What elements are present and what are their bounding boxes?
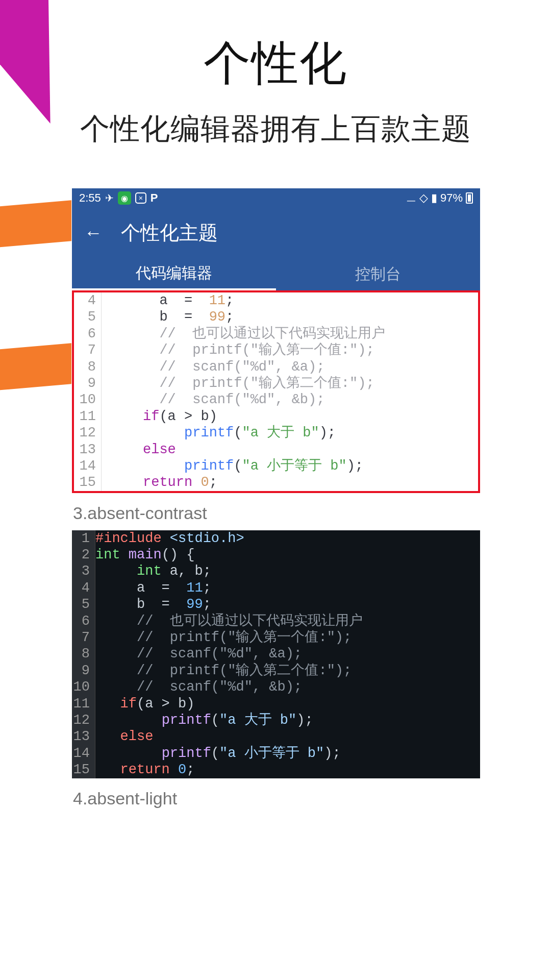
code-preview-light[interactable]: 4 a = 11;5 b = 99;6 // 也可以通过以下代码实现让用户7 /… — [72, 290, 480, 493]
camera-icon: ◉ — [118, 191, 131, 205]
decorative-bar — [0, 200, 71, 249]
code-content: else — [95, 728, 153, 745]
code-line: 7 // printf("输入第一个值:"); — [74, 342, 478, 358]
code-content: a = 11; — [95, 580, 211, 596]
phone-screenshot: 2:55 ✈ ◉ × P ⚊ ◇ ▮ 97% ← 个性化主题 代码编辑器 控制台… — [72, 188, 480, 816]
app-icon: × — [135, 192, 146, 204]
code-content: #include <stdio.h> — [95, 530, 244, 547]
code-content: a = 11; — [102, 292, 234, 309]
code-content: b = 99; — [102, 309, 234, 325]
tab-console[interactable]: 控制台 — [276, 258, 480, 290]
code-line: 8 // scanf("%d", &a); — [74, 359, 478, 375]
code-line: 13 else — [72, 728, 480, 745]
code-content: printf("a 小于等于 b"); — [102, 458, 363, 474]
code-line: 11 if(a > b) — [74, 408, 478, 425]
code-line: 9 // printf("输入第二个值:"); — [72, 663, 480, 679]
code-line: 6 // 也可以通过以下代码实现让用户 — [74, 326, 478, 342]
code-line: 9 // printf("输入第二个值:"); — [74, 375, 478, 391]
code-line: 15 return 0; — [72, 762, 480, 778]
code-content: printf("a 小于等于 b"); — [95, 745, 341, 762]
bluetooth-icon: ⚊ — [406, 191, 416, 205]
code-line: 5 b = 99; — [74, 309, 478, 325]
signal-icon: ▮ — [431, 191, 437, 205]
code-content: int a, b; — [95, 563, 211, 579]
status-bar: 2:55 ✈ ◉ × P ⚊ ◇ ▮ 97% — [72, 188, 480, 208]
code-line: 14 printf("a 小于等于 b"); — [72, 745, 480, 762]
code-content: int main() { — [95, 547, 194, 563]
code-content: printf("a 大于 b"); — [95, 712, 313, 728]
wifi-icon: ◇ — [419, 191, 428, 205]
code-line: 4 a = 11; — [74, 292, 478, 309]
code-line: 10 // scanf("%d", &b); — [74, 391, 478, 408]
app-bar-title: 个性化主题 — [121, 220, 218, 246]
code-line: 4 a = 11; — [72, 580, 480, 596]
code-content: printf("a 大于 b"); — [102, 425, 336, 441]
code-line: 12 printf("a 大于 b"); — [72, 712, 480, 728]
code-content: // printf("输入第一个值:"); — [95, 629, 352, 646]
telegram-icon: ✈ — [105, 192, 114, 204]
theme-label-4: 4.absent-light — [72, 778, 480, 816]
page-subtitle: 个性化编辑器拥有上百款主题 — [0, 109, 551, 149]
code-line: 8 // scanf("%d", &a); — [72, 646, 480, 662]
code-line: 3 int a, b; — [72, 563, 480, 579]
theme-label-3: 3.absent-contrast — [72, 493, 480, 530]
code-content: b = 99; — [95, 596, 211, 612]
app-bar: ← 个性化主题 — [72, 208, 480, 258]
code-line: 10 // scanf("%d", &b); — [72, 679, 480, 695]
code-line: 5 b = 99; — [72, 596, 480, 612]
code-line: 11 if(a > b) — [72, 696, 480, 712]
battery-icon — [466, 192, 473, 204]
code-content: // printf("输入第二个值:"); — [95, 663, 352, 679]
code-content: // scanf("%d", &b); — [102, 391, 324, 408]
tab-bar: 代码编辑器 控制台 — [72, 258, 480, 290]
code-line: 2int main() { — [72, 547, 480, 563]
code-content: // printf("输入第一个值:"); — [102, 342, 374, 358]
code-content: if(a > b) — [95, 696, 194, 712]
code-content: return 0; — [95, 762, 194, 778]
code-content: else — [102, 442, 176, 458]
code-content: return 0; — [102, 474, 217, 491]
code-content: // scanf("%d", &a); — [95, 646, 302, 662]
code-content: // scanf("%d", &a); — [102, 359, 324, 375]
p-icon: P — [151, 191, 158, 205]
battery-percent: 97% — [440, 191, 463, 205]
code-line: 1#include <stdio.h> — [72, 530, 480, 547]
decorative-bar — [0, 343, 71, 392]
code-content: if(a > b) — [102, 408, 217, 425]
status-time: 2:55 — [79, 191, 101, 205]
code-content: // scanf("%d", &b); — [95, 679, 302, 695]
code-line: 12 printf("a 大于 b"); — [74, 425, 478, 441]
code-line: 14 printf("a 小于等于 b"); — [74, 458, 478, 474]
code-preview-dark[interactable]: 1#include <stdio.h>2int main() {3 int a,… — [72, 530, 480, 778]
code-content: // 也可以通过以下代码实现让用户 — [95, 613, 363, 629]
code-line: 13 else — [74, 442, 478, 458]
code-content: // 也可以通过以下代码实现让用户 — [102, 326, 385, 342]
code-line: 15 return 0; — [74, 474, 478, 491]
tab-code-editor[interactable]: 代码编辑器 — [72, 258, 276, 290]
code-line: 7 // printf("输入第一个值:"); — [72, 629, 480, 646]
code-content: // printf("输入第二个值:"); — [102, 375, 374, 391]
back-arrow-icon[interactable]: ← — [84, 222, 103, 243]
code-line: 6 // 也可以通过以下代码实现让用户 — [72, 613, 480, 629]
